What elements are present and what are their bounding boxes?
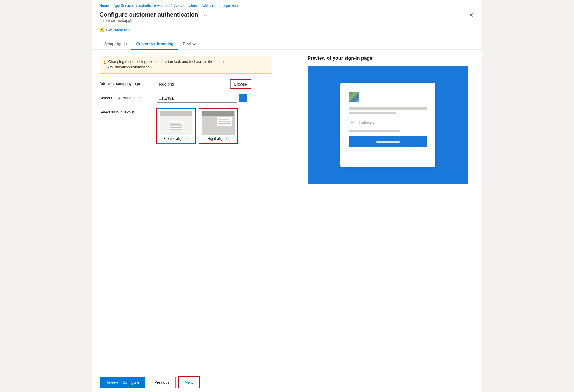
feedback-label: Got feedback? xyxy=(106,28,132,32)
info-text: Changing these settings will update the … xyxy=(108,59,268,70)
browse-button[interactable]: Browse xyxy=(230,80,251,88)
layout-center-thumbnail xyxy=(160,111,192,135)
card-email-input: Email address xyxy=(349,118,427,127)
layout-right-label: Right-aligned xyxy=(202,137,235,141)
right-panel: Preview of your sign-in page: Email addr… xyxy=(301,50,482,190)
footer: Review + Configure Previous Next xyxy=(92,372,482,392)
feedback-row[interactable]: 🙂 Got feedback? xyxy=(92,26,482,36)
page-subtitle: dotnetcore-webapp2 xyxy=(100,19,207,23)
sign-in-preview: Email address xyxy=(308,66,468,184)
logo-input[interactable] xyxy=(157,80,228,88)
layout-right-thumbnail xyxy=(202,111,235,135)
review-configure-button[interactable]: Review + Configure xyxy=(100,377,145,388)
tab-review[interactable]: Review xyxy=(178,39,200,50)
breadcrumb-webapp[interactable]: dotnetcore-webapp2 | Authentication xyxy=(139,4,197,8)
info-icon: ℹ xyxy=(104,60,106,64)
breadcrumb: Home › App Services › dotnetcore-webapp2… xyxy=(92,0,482,10)
feedback-icon: 🙂 xyxy=(100,28,105,32)
breadcrumb-sep-1: › xyxy=(111,4,112,7)
layout-right-option[interactable]: Right-aligned xyxy=(199,108,238,144)
breadcrumb-add-idp[interactable]: Add an identity provider xyxy=(202,4,239,8)
more-options-button[interactable]: ... xyxy=(201,12,207,18)
page-header: Configure customer authentication ... do… xyxy=(92,10,482,26)
previous-button[interactable]: Previous xyxy=(148,377,176,388)
preview-title: Preview of your sign-in page: xyxy=(308,56,475,61)
breadcrumb-sep-3: › xyxy=(199,4,200,7)
card-email-placeholder: Email address xyxy=(351,121,374,125)
left-panel: ℹ Changing these settings will update th… xyxy=(92,50,301,190)
layout-selector: Center-aligned Right-aligned xyxy=(157,108,238,144)
logo-control-group: Browse xyxy=(157,80,293,88)
header-divider xyxy=(92,36,482,36)
layout-form-row: Select sign-in layout xyxy=(100,108,293,144)
bg-color-form-row: Select background color xyxy=(100,94,293,103)
card-button-line xyxy=(376,141,400,143)
bg-color-input[interactable] xyxy=(157,94,237,103)
bg-color-label: Select background color xyxy=(100,94,153,100)
card-bottom-line xyxy=(349,130,400,132)
card-logo xyxy=(349,92,359,102)
tab-bar: Setup sign-in Customize branding Review xyxy=(92,39,482,50)
sign-in-card: Email address xyxy=(340,83,435,167)
card-logo-image xyxy=(349,92,359,102)
thumb-header-2 xyxy=(202,111,234,116)
card-next-button xyxy=(349,136,427,147)
color-swatch[interactable] xyxy=(239,94,247,102)
breadcrumb-sep-2: › xyxy=(136,4,137,7)
layout-center-option[interactable]: Center-aligned xyxy=(157,108,195,144)
logo-label: Add your company logo xyxy=(100,80,153,86)
bg-color-control-group xyxy=(157,94,293,103)
page-title: Configure customer authentication xyxy=(100,11,198,18)
close-button[interactable]: ✕ xyxy=(468,11,475,19)
thumb-header-1 xyxy=(160,111,192,116)
info-banner: ℹ Changing these settings will update th… xyxy=(100,56,272,74)
breadcrumb-app-services[interactable]: App Services xyxy=(114,4,135,8)
breadcrumb-home[interactable]: Home xyxy=(100,4,109,8)
card-title-line xyxy=(349,107,427,110)
next-button[interactable]: Next xyxy=(179,377,199,388)
tab-customize-branding[interactable]: Customize branding xyxy=(131,39,178,50)
layout-center-label: Center-aligned xyxy=(160,137,192,141)
layout-label: Select sign-in layout xyxy=(100,108,153,114)
tab-setup-signin[interactable]: Setup sign-in xyxy=(100,39,132,50)
card-subtitle-line xyxy=(349,112,396,114)
logo-form-row: Add your company logo Browse xyxy=(100,80,293,88)
